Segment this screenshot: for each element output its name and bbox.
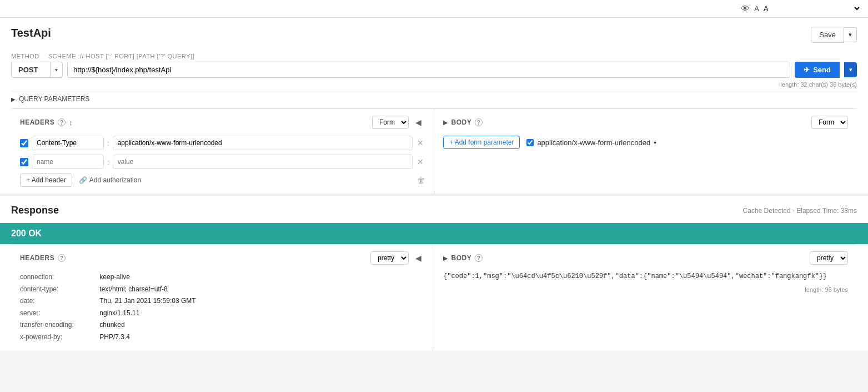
save-button[interactable]: Save <box>811 27 844 43</box>
account-selector[interactable]: A A <box>754 4 861 13</box>
headers-info-icon: ? <box>58 118 66 126</box>
body-title: ▶ BODY ? <box>443 118 483 126</box>
response-header-connection: connection: keep-alive <box>20 271 425 284</box>
header-2-remove-button[interactable]: ✕ <box>416 156 425 167</box>
header-val-date: Thu, 21 Jan 2021 15:59:03 GMT <box>99 297 195 305</box>
response-panels: HEADERS ? pretty ◀ connection: keep-aliv… <box>11 244 857 350</box>
status-bar: 200 OK <box>0 223 868 244</box>
response-header-transfer: transfer-encoding: chunked <box>20 319 425 331</box>
header-2-checkbox[interactable] <box>20 158 28 166</box>
method-selector[interactable]: POST ▾ <box>11 62 63 78</box>
title-save-row: TestApi Save ▾ <box>11 27 857 48</box>
headers-footer-left: + Add header 🔗 Add authorization <box>20 173 141 187</box>
delete-headers-icon[interactable]: 🗑 <box>417 176 425 185</box>
response-body-header: ▶ BODY ? pretty <box>443 251 848 265</box>
header-key-date: date: <box>20 295 98 307</box>
content-type-checkbox[interactable] <box>526 139 534 146</box>
response-headers-title-text: HEADERS <box>20 254 54 262</box>
top-bar: 👁 A A <box>0 0 868 18</box>
headers-title-text: HEADERS <box>20 118 54 126</box>
headers-controls: Form ◀ <box>372 116 425 129</box>
header-key-powered: x-powered-by: <box>20 331 98 344</box>
body-expand-icon: ▶ <box>443 120 448 126</box>
response-body-controls: pretty <box>810 251 848 265</box>
header-1-value-input[interactable] <box>113 136 413 150</box>
save-btn-group: Save ▾ <box>811 27 857 43</box>
response-section: Response Cache Detected - Elapsed Time: … <box>0 193 868 350</box>
response-headers-table: connection: keep-alive content-type: tex… <box>20 271 425 344</box>
response-body-info-icon: ? <box>475 254 483 262</box>
status-text: OK <box>28 229 42 238</box>
headers-footer: + Add header 🔗 Add authorization 🗑 <box>20 173 425 187</box>
headers-format-dropdown[interactable]: Form <box>372 116 409 129</box>
send-dropdown-button[interactable]: ▾ <box>844 62 857 77</box>
header-val-server: nginx/1.15.11 <box>99 309 139 317</box>
eye-icon[interactable]: 👁 <box>741 4 750 14</box>
response-body-format-dropdown[interactable]: pretty <box>810 251 848 265</box>
header-key-content-type: content-type: <box>20 284 98 296</box>
response-body-text: {"code":1,"msg":"\u64cd\u4f5c\u6210\u529… <box>443 271 848 282</box>
header-key-server: server: <box>20 307 98 320</box>
header-row-2: : ✕ <box>20 155 425 169</box>
response-body-expand-icon: ▶ <box>443 255 448 261</box>
header-2-value-input[interactable] <box>113 155 413 169</box>
response-header-server: server: nginx/1.15.11 <box>20 307 425 320</box>
response-body-title-text: BODY <box>451 254 472 262</box>
query-params-row[interactable]: ▶ QUERY PARAMETERS <box>11 91 857 106</box>
header-1-remove-button[interactable]: ✕ <box>416 137 425 148</box>
headers-sort-icon[interactable]: ↕ <box>69 118 73 127</box>
body-title-text: BODY <box>451 118 472 126</box>
header-1-name-input[interactable] <box>32 136 104 150</box>
header-val-connection: keep-alive <box>99 273 130 281</box>
method-value: POST <box>12 62 51 77</box>
header-val-content-type: text/html; charset=utf-8 <box>99 285 167 293</box>
request-row: POST ▾ ✈ Send ▾ <box>11 62 857 78</box>
response-header-date: date: Thu, 21 Jan 2021 15:59:03 GMT <box>20 295 425 307</box>
auth-link-icon: 🔗 <box>79 176 87 184</box>
header-2-colon: : <box>107 158 109 166</box>
header-key-transfer: transfer-encoding: <box>20 319 98 331</box>
add-auth-label: Add authorization <box>89 176 141 184</box>
header-2-name-input[interactable] <box>32 155 104 169</box>
content-type-caret-icon[interactable]: ▾ <box>654 140 656 146</box>
response-header-powered: x-powered-by: PHP/7.3.4 <box>20 331 425 344</box>
labels-row: METHOD SCHEME :// HOST [':' PORT] [PATH … <box>11 53 857 59</box>
response-header-content-type: content-type: text/html; charset=utf-8 <box>20 284 425 296</box>
headers-panel: HEADERS ? ↕ Form ◀ : ✕ <box>11 109 434 193</box>
content-type-control: application/x-www-form-urlencoded ▾ <box>526 138 656 147</box>
response-header-row: Response Cache Detected - Elapsed Time: … <box>11 205 857 216</box>
method-caret-icon[interactable]: ▾ <box>51 63 62 76</box>
body-panel-header: ▶ BODY ? Form <box>443 116 848 129</box>
send-button[interactable]: ✈ Send <box>795 62 840 78</box>
headers-collapse-button[interactable]: ◀ <box>412 117 425 128</box>
response-body-panel: ▶ BODY ? pretty {"code":1,"msg":"\u64cd\… <box>434 245 857 350</box>
response-headers-controls: pretty ◀ <box>370 251 425 265</box>
status-code: 200 <box>11 229 26 238</box>
url-label: SCHEME :// HOST [':' PORT] [PATH ['?' QU… <box>48 53 194 59</box>
account-label: A <box>754 4 759 13</box>
content-type-label: application/x-www-form-urlencoded <box>537 138 650 147</box>
body-format-dropdown[interactable]: Form <box>811 116 848 129</box>
response-body-title: ▶ BODY ? <box>443 254 483 262</box>
add-header-button[interactable]: + Add header <box>20 173 72 187</box>
response-headers-panel-header: HEADERS ? pretty ◀ <box>20 251 425 265</box>
header-val-transfer: chunked <box>99 321 124 329</box>
response-headers-format-dropdown[interactable]: pretty <box>370 251 409 265</box>
query-params-label: QUERY PARAMETERS <box>19 95 89 103</box>
body-controls: Form <box>811 116 848 129</box>
headers-title: HEADERS ? ↕ <box>20 118 73 127</box>
page-title: TestApi <box>11 27 51 39</box>
add-authorization-button[interactable]: 🔗 Add authorization <box>79 176 141 184</box>
url-input[interactable] <box>67 62 790 78</box>
save-dropdown-button[interactable]: ▾ <box>844 27 857 42</box>
header-1-colon: : <box>107 139 109 147</box>
method-label: METHOD <box>11 53 39 59</box>
body-actions: + Add form parameter application/x-www-f… <box>443 136 848 149</box>
header-val-powered: PHP/7.3.4 <box>99 333 130 341</box>
header-1-checkbox[interactable] <box>20 139 28 147</box>
header-key-connection: connection: <box>20 271 98 284</box>
response-body-length: length: 96 bytes <box>443 286 848 293</box>
add-form-parameter-button[interactable]: + Add form parameter <box>443 136 520 149</box>
response-headers-collapse-button[interactable]: ◀ <box>412 252 425 264</box>
account-dropdown[interactable]: A <box>761 4 861 13</box>
